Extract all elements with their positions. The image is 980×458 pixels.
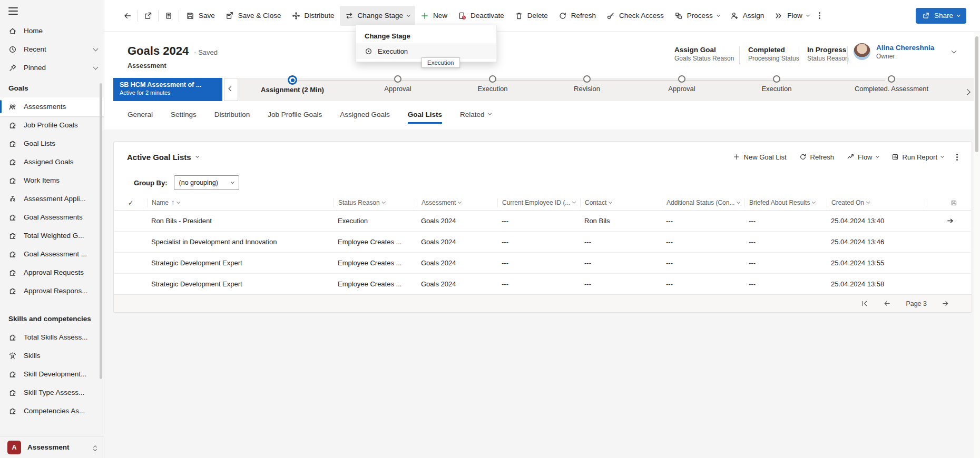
menu-icon[interactable] [8, 7, 18, 15]
tab-job-profile-goals[interactable]: Job Profile Goals [268, 106, 322, 124]
delete-button[interactable]: Delete [509, 6, 553, 26]
select-all-column[interactable]: ✓ [114, 198, 147, 207]
cell-assessment[interactable]: Goals 2024 [417, 259, 497, 267]
header-expand-icon[interactable] [952, 48, 957, 54]
check-access-button[interactable]: Check Access [601, 6, 669, 26]
sidebar-item-skill-development[interactable]: Skill Development... [0, 365, 104, 383]
tab-goal-lists[interactable]: Goal Lists [408, 106, 442, 124]
chevron-down-icon [382, 200, 386, 204]
tab-assigned-goals[interactable]: Assigned Goals [340, 106, 390, 124]
sidebar-item-assessment-applications[interactable]: Assessment Appli... [0, 190, 104, 208]
tab-settings[interactable]: Settings [171, 106, 197, 124]
group-by-select[interactable]: (no grouping) [174, 175, 239, 190]
table-row[interactable]: Strategic Development Expert Employee Cr… [114, 253, 971, 274]
assign-button[interactable]: Assign [725, 6, 770, 26]
sidebar-item-pinned[interactable]: Pinned [0, 58, 104, 77]
process-button[interactable]: Process [669, 6, 725, 26]
grid-refresh-button[interactable]: Refresh [799, 153, 835, 161]
sidebar-item-work-items[interactable]: Work Items [0, 171, 104, 190]
chevron-down-icon[interactable] [93, 64, 99, 69]
save-close-button[interactable]: Save & Close [220, 6, 287, 26]
change-stage-menu-item-execution[interactable]: Execution [356, 43, 496, 59]
owner-name[interactable]: Alina Chereshnia [876, 43, 934, 52]
bpf-stage-completed[interactable]: Completed. Assessment [831, 75, 952, 93]
run-report-button[interactable]: Run Report [891, 153, 944, 161]
cell-current-employee-id: --- [497, 217, 580, 225]
sidebar-scrollbar[interactable] [100, 83, 102, 379]
form-scrollbar[interactable] [974, 32, 980, 458]
bpf-scroll-right-button[interactable] [965, 87, 969, 96]
sidebar-item-goal-assessments[interactable]: Goal Assessments [0, 208, 104, 226]
previous-page-button[interactable] [883, 300, 891, 307]
cell-name[interactable]: Ron Bils - President [147, 217, 334, 225]
cell-name[interactable]: Strategic Development Expert [147, 259, 334, 267]
sidebar-item-approval-requests[interactable]: Approval Requests [0, 263, 104, 282]
table-row[interactable]: Ron Bils - President Execution Goals 202… [114, 211, 971, 232]
column-additional-status[interactable]: Additional Status (Con... [662, 198, 744, 207]
flow-button[interactable]: Flow [769, 6, 815, 26]
owner-field[interactable]: Alina Chereshnia Owner [854, 43, 934, 61]
sidebar-item-total-skills-assessments[interactable]: Total Skills Assess... [0, 328, 104, 346]
column-status-reason[interactable]: Status Reason [334, 198, 417, 207]
save-view-column[interactable] [927, 198, 971, 207]
sidebar-item-goal-assessment[interactable]: Goal Assessment ... [0, 245, 104, 263]
sidebar-item-total-weighted-goals[interactable]: Total Weighted G... [0, 226, 104, 245]
tab-related[interactable]: Related [460, 106, 491, 124]
column-current-employee-id[interactable]: Current Employee ID (... [497, 198, 580, 207]
sidebar-item-home[interactable]: Home [0, 22, 104, 40]
new-goal-list-button[interactable]: New Goal List [733, 153, 787, 161]
cell-contact[interactable]: Ron Bils [580, 217, 662, 225]
column-created-on[interactable]: Created On [827, 198, 927, 207]
bpf-active-stage-box[interactable]: SB HCM Assessment of ... Active for 2 mi… [113, 78, 222, 101]
area-switcher[interactable]: A Assessment [0, 436, 104, 458]
toolbar-divider [179, 10, 179, 22]
chevron-down-icon [866, 200, 870, 204]
column-briefed-about-results[interactable]: Briefed About Results [744, 198, 827, 207]
sidebar-item-skills[interactable]: Skills [0, 346, 104, 365]
new-button[interactable]: New [415, 6, 453, 26]
delete-label: Delete [527, 12, 548, 19]
table-row[interactable]: Strategic Development Expert Employee Cr… [114, 274, 971, 295]
column-contact[interactable]: Contact [580, 198, 662, 207]
view-selector[interactable]: Active Goal Lists [127, 153, 199, 162]
bpf-stage-assignment[interactable]: Assignment (2 Min) [232, 75, 353, 94]
arrow-right-icon[interactable] [946, 217, 954, 225]
sidebar-item-competencies-assessments[interactable]: Competencies As... [0, 402, 104, 420]
change-stage-button[interactable]: Change Stage [340, 6, 415, 26]
cell-assessment[interactable]: Goals 2024 [417, 238, 497, 246]
tab-general[interactable]: General [128, 106, 153, 124]
distribute-button[interactable]: Distribute [287, 6, 340, 26]
column-assessment[interactable]: Assessment [417, 198, 497, 207]
bpf-stage-execution-2[interactable]: Execution [716, 75, 837, 93]
back-button[interactable] [119, 6, 136, 26]
cell-assessment[interactable]: Goals 2024 [417, 217, 497, 225]
deactivate-button[interactable]: Deactivate [453, 6, 509, 26]
scrollbar-thumb[interactable] [975, 36, 978, 152]
table-row[interactable]: Specialist in Development and Innovation… [114, 232, 971, 253]
first-page-button[interactable] [860, 300, 868, 307]
sidebar-item-recent[interactable]: Recent [0, 40, 104, 58]
cell-name[interactable]: Strategic Development Expert [147, 280, 334, 288]
open-record-cell[interactable] [927, 217, 971, 225]
column-name[interactable]: Name ↑ [147, 198, 334, 207]
refresh-button[interactable]: Refresh [553, 6, 601, 26]
form-button[interactable] [160, 6, 177, 26]
save-button[interactable]: Save [181, 6, 220, 26]
cell-assessment[interactable]: Goals 2024 [417, 280, 497, 288]
sidebar-item-approval-responses[interactable]: Approval Respons... [0, 282, 104, 300]
sidebar-item-assigned-goals[interactable]: Assigned Goals [0, 153, 104, 171]
chevron-down-icon[interactable] [93, 46, 99, 51]
sidebar-item-assessments[interactable]: Assessments [0, 97, 104, 116]
popout-button[interactable] [140, 6, 156, 26]
next-page-button[interactable] [942, 300, 949, 307]
grid-more-button[interactable] [956, 156, 958, 158]
sidebar-item-goal-lists[interactable]: Goal Lists [0, 134, 104, 153]
sidebar-item-job-profile-goals[interactable]: Job Profile Goals [0, 116, 104, 134]
grid-flow-button[interactable]: Flow [847, 153, 878, 161]
cell-name[interactable]: Specialist in Development and Innovation [147, 238, 334, 246]
tab-distribution[interactable]: Distribution [214, 106, 250, 124]
sidebar-item-skill-type-assessments[interactable]: Skill Type Assess... [0, 383, 104, 402]
chevron-down-icon [717, 13, 720, 16]
more-commands-button[interactable] [815, 6, 825, 26]
share-button[interactable]: Share [916, 8, 966, 24]
